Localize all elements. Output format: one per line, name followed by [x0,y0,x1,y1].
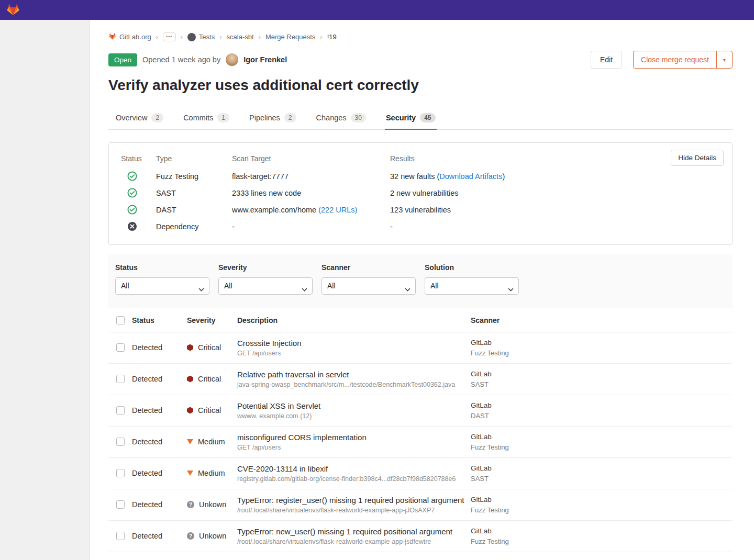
scan-type: SAST [156,189,232,197]
severity-medium-icon [187,439,193,444]
urls-link[interactable]: (222 URLs) [318,206,357,214]
download-artifacts-link[interactable]: Download Artifacts [439,172,502,181]
row-checkbox[interactable] [116,343,125,352]
gitlab-logo-icon[interactable] [6,3,20,18]
vuln-scanner: GitLab Fuzz Testing [471,339,733,357]
scan-row: Fuzz Testing flask-target:7777 32 new fa… [121,168,724,185]
breadcrumb-gitlab-org[interactable]: GitLab.org [119,33,151,41]
tab-security[interactable]: Security 45 [385,108,437,129]
scanner-name: DAST [471,412,733,420]
vuln-description: TypeError: register_user() missing 1 req… [237,496,471,514]
row-checkbox[interactable] [116,500,125,509]
col-scanner: Scanner [471,316,733,324]
vuln-description: TypeError: new_user() missing 1 required… [237,527,471,545]
scan-type: DAST [156,206,232,214]
col-description: Description [237,316,471,324]
table-header-row: Status Severity Description Scanner [108,308,733,332]
vuln-title[interactable]: TypeError: new_user() missing 1 required… [237,527,471,536]
scan-success-icon [121,188,156,198]
breadcrumb-separator: › [156,33,158,41]
breadcrumb-merge-requests[interactable]: Merge Requests [265,33,315,41]
scan-summary-panel: Hide Details Status Type Scan Target Res… [108,142,733,245]
tab-label: Changes [316,114,347,122]
table-row: Detected ? Unkown TypeError: register_us… [108,489,733,521]
scanner-vendor: GitLab [471,496,733,503]
scanner-vendor: GitLab [471,401,733,409]
scanner-filter-select[interactable]: All [321,277,416,295]
scanner-name: Fuzz Testing [471,506,733,514]
close-mr-dropdown-caret[interactable]: ▾ [716,51,732,68]
scanner-name: SAST [471,475,733,483]
vuln-title[interactable]: Potential XSS in Servlet [237,401,471,410]
tab-label: Commits [183,114,213,122]
col-status: Status [132,316,187,324]
vuln-title[interactable]: misconfigured CORS implementation [237,433,471,442]
severity-label: Critical [198,406,221,415]
scan-col-status: Status [121,154,156,163]
tab-pipelines[interactable]: Pipelines 2 [248,108,297,129]
scan-results: 2 new vulnerabilities [390,189,724,197]
scan-results: 123 vulnerabilities [390,206,724,214]
mr-tabs: Overview 2 Commits 1 Pipelines 2 Changes… [108,108,733,130]
vuln-title[interactable]: Crosssite Injection [237,339,471,348]
scanner-name: Fuzz Testing [471,537,733,545]
table-row: Detected Critical Crosssite Injection GE… [108,332,733,364]
breadcrumb-scala-sbt[interactable]: scala-sbt [227,33,254,41]
vuln-title[interactable]: Relative path traversal in servlet [237,370,471,379]
breadcrumb-tests[interactable]: Tests [199,33,215,41]
tab-changes[interactable]: Changes 30 [315,108,367,129]
scan-success-icon [121,171,156,181]
table-row: Detected ? Unkown TypeError: new_user() … [108,521,733,552]
row-checkbox[interactable] [116,469,125,477]
severity-label: Unkown [199,532,226,540]
status-filter-select[interactable]: All [115,277,209,295]
vuln-location: GET /api/users [237,444,471,451]
vuln-status: Detected [132,469,187,477]
vuln-status: Detected [132,532,187,540]
row-checkbox[interactable] [116,406,125,415]
row-checkbox[interactable] [116,438,125,446]
tab-overview[interactable]: Overview 2 [115,108,164,129]
scan-row: SAST 2333 lines new code 2 new vulnerabi… [121,185,724,201]
severity-filter-select[interactable]: All [218,277,313,295]
row-checkbox[interactable] [116,375,125,383]
author-avatar[interactable] [226,53,238,66]
row-checkbox[interactable] [116,532,125,540]
scan-row: DAST www.example.com/home (222 URLs) 123… [121,201,724,218]
main-content: GitLab.org › ••• › Tests › scala-sbt › M… [90,20,754,560]
vuln-description: CVE-2020-13114 in libexif registry.gitla… [237,464,471,483]
scan-success-icon [121,205,156,215]
edit-button[interactable]: Edit [591,51,622,69]
select-all-checkbox[interactable] [116,316,125,324]
caret-down-icon: ▾ [723,57,726,63]
scan-results: 32 new faults (Download Artifacts) [390,172,724,181]
hide-details-button[interactable]: Hide Details [671,150,724,166]
vuln-status: Detected [132,343,187,352]
close-merge-request-button[interactable]: Close merge request [634,51,716,68]
table-row: Detected Critical Potential XSS in Servl… [108,395,733,427]
severity-unknown-icon: ? [187,501,194,508]
filter-label: Solution [425,263,519,272]
vuln-scanner: GitLab DAST [471,401,733,420]
vuln-severity: ? Unkown [187,500,237,509]
tab-commits[interactable]: Commits 1 [182,108,230,129]
table-row: Detected Critical Relative path traversa… [108,364,733,395]
severity-label: Unkown [199,500,226,509]
vuln-severity: Critical [187,406,237,415]
tab-label: Security [386,114,416,122]
vuln-title[interactable]: TypeError: register_user() missing 1 req… [237,496,471,505]
vuln-severity: Medium [187,438,237,446]
vuln-severity: Critical [187,375,237,383]
author-name[interactable]: Igor Frenkel [243,55,287,64]
severity-critical-icon [187,407,193,414]
solution-filter-select[interactable]: All [425,277,519,295]
scan-type: Fuzz Testing [156,172,232,181]
vuln-title[interactable]: CVE-2020-13114 in libexif [237,464,471,473]
mr-opened-text: Opened 1 week ago by [142,55,220,64]
vuln-status: Detected [132,375,187,383]
filter-label: Status [115,263,209,272]
col-severity: Severity [187,316,237,324]
severity-label: Medium [198,438,225,446]
breadcrumb-ellipsis-button[interactable]: ••• [163,32,175,41]
vuln-scanner: GitLab SAST [471,464,733,483]
